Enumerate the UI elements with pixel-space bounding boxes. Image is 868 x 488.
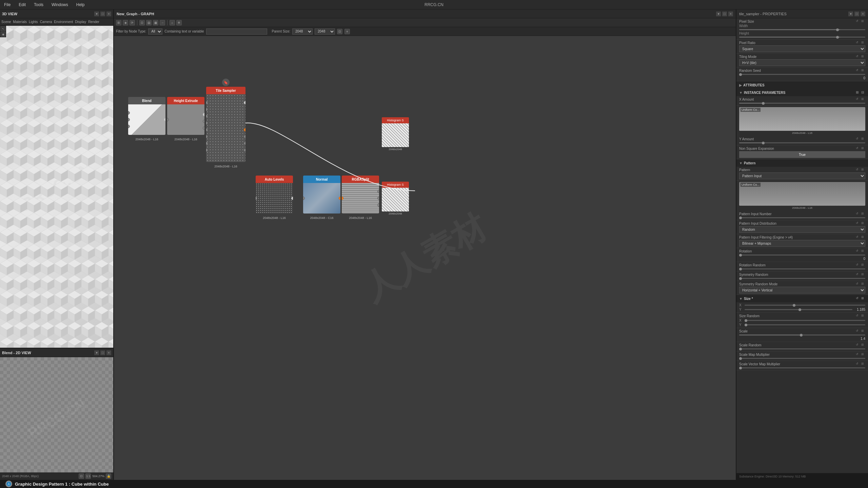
connect-icon-ratio[interactable]: ⊞ [861,41,865,45]
connect-icon-patfilter[interactable]: ⊞ [861,235,865,239]
lock-icon[interactable]: 🔒 [106,473,111,479]
reset-icon-patfilter[interactable]: ↺ [856,235,860,239]
tool-cursor[interactable]: ↖ [1,26,5,31]
reset-icon-pattern[interactable]: ↺ [856,168,860,172]
toolbar-display[interactable]: Display [75,20,86,24]
props-btn1[interactable]: ▾ [848,12,853,16]
reset-icon-patdist[interactable]: ↺ [856,221,860,225]
prop-pixel-ratio-select[interactable]: Square [739,45,865,52]
prop-non-square-true-btn[interactable]: True [739,151,865,158]
zoom-100[interactable]: 1:1 [85,473,91,479]
prop-scalerandom-thumb[interactable] [739,348,742,350]
prop-rotation-thumb[interactable] [739,254,742,257]
prop-size-random-x-slider[interactable] [745,320,865,321]
prop-xamount-thumb[interactable] [762,102,765,105]
graph-canvas[interactable]: 人人素材 [114,36,736,480]
prop-scalevec-slider[interactable] [739,367,865,368]
view-2d-btn3[interactable]: × [106,350,111,355]
prop-xamount-slider[interactable] [739,103,865,104]
prop-yamount-slider[interactable] [739,142,865,143]
node-tile-sampler[interactable]: 🔖 Tile Sampler [206,87,245,162]
menu-edit[interactable]: Edit [17,2,27,8]
prop-tiling-mode-select[interactable]: H+V (tile) [739,59,865,66]
prop-size-x-slider[interactable] [745,305,865,306]
reset-icon-symmode[interactable]: ↺ [856,282,860,286]
node-rgba-split[interactable]: RGBASplit 2048x2048 - L16 [342,176,379,214]
reset-icon-symrandom[interactable]: ↺ [856,272,860,277]
menu-help[interactable]: Help [75,2,86,8]
reset-icon-scalemap[interactable]: ↺ [856,352,860,357]
prop-scalemap-slider[interactable] [739,358,865,359]
prop-seed-slider[interactable] [739,74,865,75]
prop-scalerandom-slider[interactable] [739,348,865,349]
tool-eye[interactable]: ◉ [1,32,5,37]
prop-size-y-thumb[interactable] [798,308,801,311]
prop-section-pattern-header[interactable]: ▼ Pattern [736,159,868,167]
prop-scale-thumb[interactable] [800,334,803,337]
prop-yamount-thumb[interactable] [762,142,765,144]
prop-size-x-thumb[interactable] [793,304,795,307]
toolbar-render[interactable]: Render [88,20,99,24]
prop-size-y-slider[interactable] [745,309,852,310]
graph-tool-6[interactable]: ▦ [153,20,158,25]
prop-patnum-thumb[interactable] [739,217,742,219]
prop-symrandom-thumb[interactable] [739,277,742,280]
prop-rotrandom-thumb[interactable] [739,268,742,270]
connect-icon-xamount[interactable]: ⊞ [861,97,865,101]
prop-pattern-dist-select[interactable]: Random [739,226,865,233]
menu-windows[interactable]: Windows [50,2,70,8]
prop-rotrandom-slider[interactable] [739,268,865,269]
prop-height-thumb[interactable] [836,36,839,39]
graph-btn1[interactable]: ▾ [716,12,721,16]
node-height-extrude[interactable]: Height Extrude 2048x2048 - L16 [167,97,204,135]
reset-icon-pixelsize[interactable]: ↺ [856,19,860,23]
view-3d-btn1[interactable]: ▾ [94,12,99,16]
connect-icon-patnum[interactable]: ⊞ [861,212,865,216]
reset-icon-rotrandom[interactable]: ↺ [856,263,860,267]
prop-pattern-select[interactable]: Pattern Input [739,172,865,179]
prop-size-random-x-thumb[interactable] [745,319,747,322]
reset-icon-sizerandom[interactable]: ↺ [856,314,860,318]
prop-rotation-slider[interactable] [739,255,865,256]
instance-icon-1[interactable]: ⊞ [856,90,860,95]
prop-scalemap-thumb[interactable] [739,357,742,360]
view-2d-btn1[interactable]: ▾ [94,350,99,355]
graph-tool-8[interactable]: ⌂ [170,20,175,25]
prop-section-size-header[interactable]: ▼ Size * ↺ ⊞ [736,295,868,302]
filter-type-select[interactable]: All [148,28,162,35]
reset-icon-ratio[interactable]: ↺ [856,41,860,45]
toolbar-scene[interactable]: Scene [1,20,11,24]
graph-btn3[interactable]: × [728,12,733,16]
parent-size-select[interactable]: 2048 [292,28,313,35]
connect-icon-tiling[interactable]: ⊞ [861,55,865,59]
connect-icon-seed[interactable]: ⊞ [861,68,865,73]
connect-icon-size-section[interactable]: ⊞ [861,297,865,301]
connect-icon-scalerandom[interactable]: ⊞ [861,343,865,347]
connect-icon-symmode[interactable]: ⊞ [861,282,865,286]
parent-size-icon2[interactable]: ≡ [344,29,350,34]
node-normal[interactable]: Normal 2048x2048 - C16 [303,176,340,214]
node-auto-levels[interactable]: Auto Levels 2048x2048 - L16 [256,176,293,214]
connect-icon-scalemap[interactable]: ⊞ [861,352,865,357]
reset-icon-nonsquare[interactable]: ↺ [856,146,860,150]
prop-section-attributes-header[interactable]: ▶ ATTRIBUTES [736,81,868,89]
reset-icon-rotation[interactable]: ↺ [856,249,860,253]
prop-scalevec-thumb[interactable] [739,367,742,369]
reset-icon-scale[interactable]: ↺ [856,329,860,333]
toolbar-lights[interactable]: Lights [29,20,38,24]
props-btn2[interactable]: □ [854,12,859,16]
parent-size-icon[interactable]: ⊡ [337,29,342,34]
reset-icon-size-section[interactable]: ↺ [856,297,860,301]
graph-tool-9[interactable]: ✲ [176,20,182,25]
prop-width-slider[interactable] [739,29,865,30]
reset-icon-scalevec[interactable]: ↺ [856,362,860,366]
prop-width-thumb[interactable] [836,28,839,31]
view-2d-btn2[interactable]: □ [100,350,105,355]
reset-icon-patnum[interactable]: ↺ [856,212,860,216]
prop-pattern-filter-select[interactable]: Bilinear + Mipmaps [739,240,865,247]
reset-icon-xamount[interactable]: ↺ [856,97,860,101]
connect-icon-patdist[interactable]: ⊞ [861,221,865,225]
view-3d-btn3[interactable]: × [106,12,111,16]
prop-size-random-y-thumb[interactable] [745,324,747,326]
prop-symrandom-slider[interactable] [739,278,865,279]
